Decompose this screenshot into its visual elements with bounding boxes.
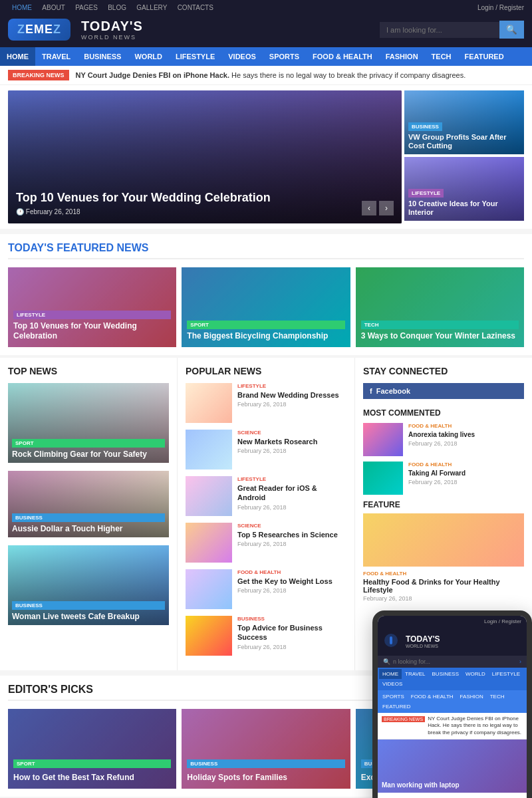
topbar-home[interactable]: HOME: [12, 4, 32, 11]
mc-title-2: Taking AI Forward: [408, 469, 466, 477]
mob-breaking-text: NY Court Judge Denies FBI on iPhone Hack…: [428, 716, 523, 736]
mob-nav-food[interactable]: FOOD & HEALTH: [408, 692, 457, 702]
hero-side-cat-1: BUSINESS: [408, 122, 442, 131]
topbar-pages[interactable]: PAGES: [75, 4, 98, 11]
nav-sports[interactable]: SPORTS: [263, 47, 306, 66]
featured-title-3: 3 Ways to Conquer Your Winter Laziness: [361, 331, 519, 342]
mob-nav-business[interactable]: BUSINESS: [429, 669, 462, 679]
featured-item-2[interactable]: SPORT The Biggest Bicycling Championship: [182, 267, 350, 347]
top-news-title: TOP NEWS: [8, 366, 169, 376]
topbar-gallery[interactable]: GALLERY: [136, 4, 167, 11]
pop-item-5[interactable]: FOOD & HEALTH Get the Key to Weight Loss…: [186, 569, 346, 609]
hero-main[interactable]: Top 10 Venues for Your Wedding Celebrati…: [8, 90, 402, 223]
topbar-about[interactable]: ABOUT: [42, 4, 65, 11]
ep-item-1[interactable]: SPORT How to Get the Best Tax Refund: [8, 709, 176, 789]
hero-side-title-2: 10 Creative Ideas for Your Interior: [408, 200, 520, 217]
top-bar-nav[interactable]: HOME ABOUT PAGES BLOG GALLERY CONTACTS: [8, 3, 217, 12]
mob-nav-tech[interactable]: TECH: [487, 692, 508, 702]
featured-item-1[interactable]: LIFESTYLE Top 10 Venues for Your Wedding…: [8, 267, 176, 347]
pop-cat-2: SCIENCE: [237, 430, 317, 436]
mob-top-bar: Login / Register: [378, 616, 527, 627]
pop-item-4[interactable]: SCIENCE Top 5 Researches in Science Febr…: [186, 523, 346, 563]
mob-nav-lifestyle[interactable]: LIFESTYLE: [489, 669, 523, 679]
pop-title-1: Brand New Wedding Dresses: [237, 390, 339, 400]
ep-cat-1: SPORT: [13, 759, 171, 768]
pop-item-6[interactable]: BUSINESS Top Advice for Business Success…: [186, 616, 346, 656]
mob-hero[interactable]: Man working with laptop: [378, 739, 527, 793]
site-logo: ZEMEZ: [8, 19, 70, 41]
top-news-item-3[interactable]: BUSINESS Woman Live tweets Cafe Breakup: [8, 545, 169, 625]
pop-item-3[interactable]: LIFESTYLE Great Reader for iOS & Android…: [186, 476, 346, 516]
nav-home[interactable]: HOME: [0, 47, 35, 66]
popular-news-title: POPULAR NEWS: [186, 366, 346, 376]
pop-date-3: February 26, 2018: [237, 504, 346, 511]
mob-nav-travel[interactable]: TRAVEL: [402, 669, 429, 679]
top-news-item-1[interactable]: SPORT Rock Climbing Gear for Your Safety: [8, 383, 169, 463]
hero-side-title-1: VW Group Profits Soar After Cost Cutting: [408, 133, 520, 150]
facebook-button[interactable]: f Facebook: [363, 383, 524, 399]
mob-search-input[interactable]: [393, 658, 517, 665]
mob-nav-videos[interactable]: VIDEOS: [379, 679, 406, 689]
mc-item-1[interactable]: FOOD & HEALTH Anorexia taking lives Febr…: [363, 423, 524, 456]
pop-cat-1: LIFESTYLE: [237, 383, 339, 389]
top-news-cat-1: SPORT: [12, 439, 165, 448]
feature-article[interactable]: FEATURE FOOD & HEALTH Healthy Food & Dri…: [363, 500, 524, 606]
mob-search[interactable]: 🔍 ›: [378, 656, 527, 668]
hero-main-title: Top 10 Venues for Your Wedding Celebrati…: [16, 190, 271, 205]
main-navigation[interactable]: HOME TRAVEL BUSINESS WORLD LIFESTYLE VID…: [0, 47, 532, 66]
nav-fashion[interactable]: FASHION: [379, 47, 425, 66]
mob-nav-world[interactable]: WORLD: [462, 669, 489, 679]
topbar-blog[interactable]: BLOG: [108, 4, 126, 11]
pop-title-4: Top 5 Researches in Science: [237, 530, 338, 539]
pop-item-2[interactable]: SCIENCE New Markets Rosearch February 26…: [186, 430, 346, 469]
pop-img-4: [186, 523, 232, 563]
pop-item-1[interactable]: LIFESTYLE Brand New Wedding Dresses Febr…: [186, 383, 346, 423]
feature-img: [363, 513, 524, 567]
site-today: TODAY'S: [81, 19, 143, 34]
pop-date-5: February 26, 2018: [237, 587, 332, 594]
nav-videos[interactable]: VIDEOS: [221, 47, 263, 66]
search-input[interactable]: [380, 22, 499, 38]
topbar-contacts[interactable]: CONTACTS: [178, 4, 213, 11]
nav-food[interactable]: FOOD & HEALTH: [306, 47, 379, 66]
nav-world[interactable]: WORLD: [128, 47, 169, 66]
topbar-login[interactable]: Login / Register: [477, 4, 524, 11]
mob-nav-home[interactable]: HOME: [379, 669, 402, 679]
pop-date-2: February 26, 2018: [237, 448, 317, 454]
top-news-item-2[interactable]: BUSINESS Aussie Dollar a Touch Higher: [8, 471, 169, 537]
mob-nav-sports[interactable]: SPORTS: [379, 692, 408, 702]
pop-cat-4: SCIENCE: [237, 523, 338, 529]
pop-cat-6: BUSINESS: [237, 616, 346, 622]
mob-nav-fashion[interactable]: FASHION: [457, 692, 487, 702]
featured-cat-2: SPORT: [187, 321, 344, 329]
hero-prev-button[interactable]: ‹: [362, 201, 376, 215]
mob-nav[interactable]: HOME TRAVEL BUSINESS WORLD LIFESTYLE VID…: [378, 668, 527, 690]
pop-date-4: February 26, 2018: [237, 541, 338, 547]
nav-travel[interactable]: TRAVEL: [35, 47, 77, 66]
hero-side-item-2[interactable]: LIFESTYLE 10 Creative Ideas for Your Int…: [404, 157, 524, 221]
search-button[interactable]: 🔍: [499, 21, 524, 39]
mc-img-1: [363, 423, 403, 456]
nav-lifestyle[interactable]: LIFESTYLE: [169, 47, 221, 66]
pop-title-5: Get the Key to Weight Loss: [237, 577, 332, 586]
mc-item-2[interactable]: FOOD & HEALTH Taking AI Forward February…: [363, 462, 524, 495]
nav-tech[interactable]: TECH: [425, 47, 458, 66]
header-search[interactable]: 🔍: [380, 21, 524, 39]
ep-item-2[interactable]: BUSINESS Holiday Spots for Families: [182, 709, 350, 789]
nav-business[interactable]: BUSINESS: [77, 47, 128, 66]
featured-item-3[interactable]: TECH 3 Ways to Conquer Your Winter Lazin…: [356, 267, 524, 347]
hero-next-button[interactable]: ›: [379, 201, 394, 215]
mob-hero-title: Man working with laptop: [382, 781, 460, 789]
popular-news-section: POPULAR NEWS LIFESTYLE Brand New Wedding…: [178, 358, 355, 670]
ep-title-2: Holiday Spots for Families: [187, 773, 344, 783]
mob-nav-2[interactable]: SPORTS FOOD & HEALTH FASHION TECH FEATUR…: [378, 690, 527, 713]
hero-navigation[interactable]: ‹ ›: [362, 201, 394, 215]
feature-label: FEATURE: [363, 500, 524, 509]
facebook-label: Facebook: [376, 387, 410, 395]
nav-featured[interactable]: FEATURED: [458, 47, 511, 66]
mob-search-submit[interactable]: ›: [519, 658, 521, 665]
top-bar: HOME ABOUT PAGES BLOG GALLERY CONTACTS L…: [0, 0, 532, 15]
mob-nav-featured[interactable]: FEATURED: [379, 702, 414, 712]
pop-title-3: Great Reader for iOS & Android: [237, 483, 346, 503]
hero-side-item-1[interactable]: BUSINESS VW Group Profits Soar After Cos…: [404, 90, 524, 154]
